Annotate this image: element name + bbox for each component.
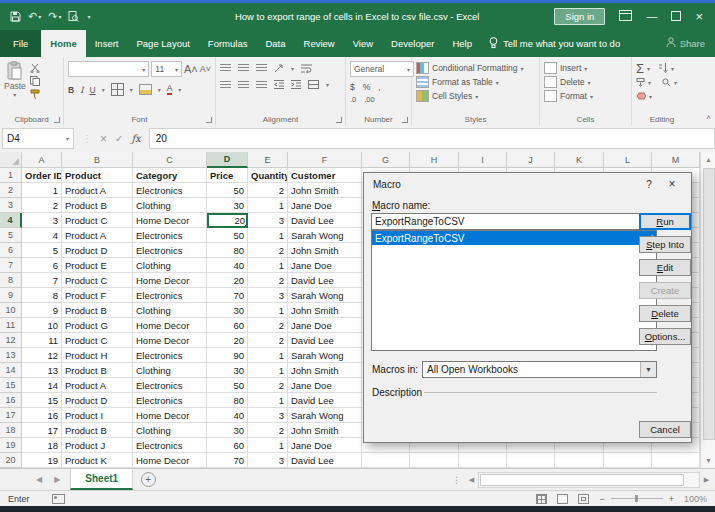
share-button[interactable]: Share (666, 30, 715, 57)
cell-B2[interactable]: Product A (62, 183, 133, 198)
row-header-14[interactable]: 14 (0, 363, 22, 378)
cell-D4[interactable]: 20 (207, 213, 248, 228)
cell-H20[interactable] (410, 453, 459, 468)
cell-F11[interactable]: Jane Doe (288, 318, 362, 333)
font-name-combo[interactable]: ▾ (68, 61, 149, 77)
cell-A16[interactable]: 15 (22, 393, 62, 408)
save-icon[interactable] (10, 11, 21, 22)
cell-F19[interactable]: Jane Doe (288, 438, 362, 453)
cell-F1[interactable]: Customer (288, 168, 362, 183)
undo-icon[interactable]: ↶▾ (28, 11, 41, 22)
cell-A18[interactable]: 17 (22, 423, 62, 438)
cell-A4[interactable]: 3 (22, 213, 62, 228)
row-header-9[interactable]: 9 (0, 288, 22, 303)
cell-B15[interactable]: Product A (62, 378, 133, 393)
horizontal-scroll-thumb[interactable] (480, 474, 684, 486)
accounting-format-icon[interactable]: $ (350, 82, 355, 92)
cell-I20[interactable] (459, 453, 507, 468)
cell-D9[interactable]: 70 (207, 288, 248, 303)
cell-C16[interactable]: Electronics (133, 393, 207, 408)
find-select-icon[interactable] (662, 78, 671, 87)
decrease-indent-icon[interactable] (274, 80, 284, 89)
cell-C17[interactable]: Home Decor (133, 408, 207, 423)
cell-C8[interactable]: Home Decor (133, 273, 207, 288)
column-header-H[interactable]: H (410, 152, 459, 168)
row-header-4[interactable]: 4 (0, 213, 22, 228)
row-header-18[interactable]: 18 (0, 423, 22, 438)
cell-F5[interactable]: Sarah Wong (288, 228, 362, 243)
cell-B18[interactable]: Product B (62, 423, 133, 438)
cell-F10[interactable]: John Smith (288, 303, 362, 318)
cell-A5[interactable]: 4 (22, 228, 62, 243)
cell-B1[interactable]: Product (62, 168, 133, 183)
align-left-icon[interactable] (220, 81, 231, 89)
cell-D3[interactable]: 30 (207, 198, 248, 213)
cell-M20[interactable] (652, 453, 700, 468)
cell-D14[interactable]: 30 (207, 363, 248, 378)
cell-B10[interactable]: Product B (62, 303, 133, 318)
cut-icon[interactable] (30, 64, 40, 73)
cell-C3[interactable]: Clothing (133, 198, 207, 213)
sign-in-button[interactable]: Sign in (554, 8, 605, 25)
row-header-13[interactable]: 13 (0, 348, 22, 363)
row-header-8[interactable]: 8 (0, 273, 22, 288)
new-sheet-button[interactable]: + (133, 469, 163, 490)
cell-E18[interactable]: 2 (248, 423, 288, 438)
formula-input[interactable]: 20 (149, 128, 715, 149)
merge-center-icon[interactable] (308, 80, 319, 89)
delete-cells-button[interactable]: Delete▾ (544, 75, 627, 89)
cell-C2[interactable]: Electronics (133, 183, 207, 198)
cell-C10[interactable]: Clothing (133, 303, 207, 318)
scroll-down-icon[interactable]: ▼ (701, 453, 715, 468)
cell-A9[interactable]: 8 (22, 288, 62, 303)
row-header-1[interactable]: 1 (0, 168, 22, 183)
row-header-12[interactable]: 12 (0, 333, 22, 348)
column-header-G[interactable]: G (362, 152, 410, 168)
page-layout-view-icon[interactable] (557, 494, 568, 504)
collapse-ribbon-icon[interactable]: ˄ (706, 113, 711, 122)
dialog-close-icon[interactable]: × (662, 177, 682, 191)
sheet-next-icon[interactable]: ▶ (54, 475, 60, 484)
cell-L20[interactable] (604, 453, 652, 468)
scroll-up-icon[interactable]: ▲ (701, 152, 715, 167)
cell-E1[interactable]: Quantity (248, 168, 288, 183)
cell-D19[interactable]: 60 (207, 438, 248, 453)
scroll-left-icon[interactable]: ◀ (465, 473, 478, 487)
options-button[interactable]: Options... (639, 328, 691, 345)
row-header-3[interactable]: 3 (0, 198, 22, 213)
sheet-tab-sheet1[interactable]: Sheet1 (70, 469, 133, 490)
autosum-icon[interactable]: Σ (636, 62, 644, 75)
cell-C20[interactable]: Home Decor (133, 453, 207, 468)
format-as-table-button[interactable]: Format as Table▾ (416, 75, 535, 89)
increase-indent-icon[interactable] (291, 80, 301, 89)
cell-D11[interactable]: 60 (207, 318, 248, 333)
cell-F3[interactable]: Jane Doe (288, 198, 362, 213)
cell-A19[interactable]: 18 (22, 438, 62, 453)
vertical-scrollbar[interactable]: ▲ ▼ (700, 152, 715, 468)
cell-E6[interactable]: 2 (248, 243, 288, 258)
cell-F2[interactable]: John Smith (288, 183, 362, 198)
cell-A13[interactable]: 12 (22, 348, 62, 363)
column-header-K[interactable]: K (555, 152, 604, 168)
cell-B16[interactable]: Product D (62, 393, 133, 408)
cell-E14[interactable]: 1 (248, 363, 288, 378)
grow-font-icon[interactable]: A˄ (184, 63, 198, 75)
cell-B5[interactable]: Product A (62, 228, 133, 243)
cell-C7[interactable]: Clothing (133, 258, 207, 273)
tab-insert[interactable]: Insert (86, 30, 128, 57)
cell-E16[interactable]: 1 (248, 393, 288, 408)
column-header-J[interactable]: J (507, 152, 555, 168)
dialog-help-icon[interactable]: ? (636, 179, 662, 190)
cell-D6[interactable]: 80 (207, 243, 248, 258)
cell-D8[interactable]: 20 (207, 273, 248, 288)
clear-icon[interactable] (636, 92, 646, 100)
percent-format-icon[interactable]: % (363, 82, 371, 92)
sheet-prev-icon[interactable]: ◀ (36, 475, 42, 484)
cell-C13[interactable]: Electronics (133, 348, 207, 363)
cell-B7[interactable]: Product E (62, 258, 133, 273)
cell-F17[interactable]: Sarah Wong (288, 408, 362, 423)
cell-D15[interactable]: 50 (207, 378, 248, 393)
select-all-corner[interactable] (0, 152, 22, 168)
cell-B20[interactable]: Product K (62, 453, 133, 468)
cell-C11[interactable]: Home Decor (133, 318, 207, 333)
